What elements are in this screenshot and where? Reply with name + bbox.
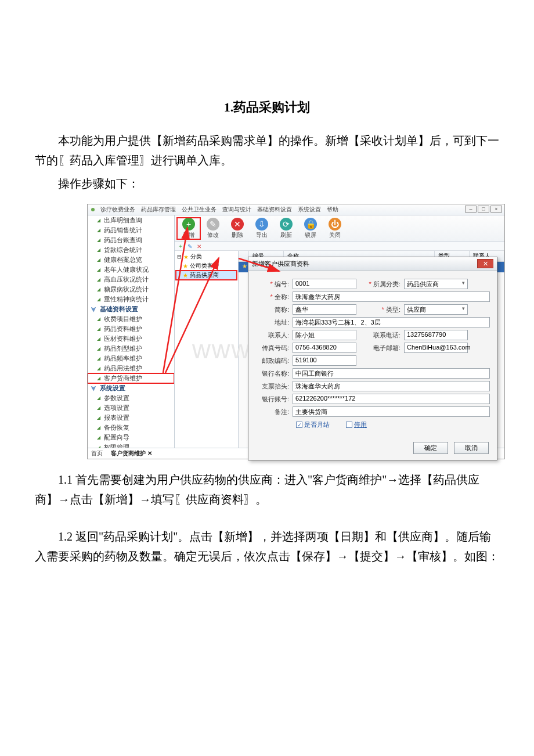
input-id[interactable]: 0001 (293, 279, 356, 289)
minimize-icon[interactable]: – (465, 206, 477, 213)
sidebar-item[interactable]: 药品频率维护 (88, 354, 174, 363)
input-note[interactable]: 主要供货商 (293, 406, 490, 417)
sidebar-item[interactable]: 药品销售统计 (88, 225, 174, 235)
input-shortname[interactable]: 鑫华 (293, 304, 356, 315)
tab-home[interactable]: 首页 (91, 449, 103, 458)
sidebar-item-label: 药品频率维护 (104, 354, 142, 363)
star-icon: ★ (183, 254, 189, 260)
toolbar-导出-button[interactable]: ⇩导出 (250, 218, 273, 239)
toolbar-删除-button[interactable]: ✕删除 (226, 218, 249, 239)
checkbox-icon: ✓ (296, 422, 302, 428)
sidebar-item[interactable]: 货款综合统计 (88, 245, 174, 255)
toolbar-刷新-button[interactable]: ⟳刷新 (275, 218, 298, 239)
toolbar-button-label: 修改 (201, 231, 225, 239)
input-address[interactable]: 海湾花园333号二栋1、2、3层 (293, 317, 490, 327)
select-category[interactable]: 药品供应商 (404, 279, 468, 289)
sidebar-item[interactable]: 药品剂型维护 (88, 344, 174, 354)
label-zip: 邮政编码: (255, 357, 289, 365)
input-fax[interactable]: 0756-4368820 (293, 343, 356, 353)
menu-item[interactable]: 药品库存管理 (141, 206, 176, 214)
sidebar-item[interactable]: 备份恢复 (88, 423, 174, 433)
chevron-down-icon: ⮟ (91, 386, 96, 391)
close-icon[interactable]: × (490, 206, 502, 213)
doc-para-1: 本功能为用户提供【新增药品采购需求单】的操作。新增【采收计划单】后，可到下一节的… (35, 131, 499, 170)
toolbar-button-label: 新增 (177, 231, 200, 239)
select-type[interactable]: 供应商 (404, 304, 468, 315)
edit-icon[interactable]: ✎ (186, 243, 193, 250)
sidebar-item[interactable]: 重性精神病统计 (88, 294, 174, 304)
delete-icon[interactable]: ✕ (196, 243, 203, 250)
toolbar-新增-button[interactable]: +新增 (177, 218, 200, 239)
checkbox-label: 停用 (354, 420, 367, 429)
input-tel[interactable]: 13275687790 (404, 330, 468, 340)
input-bank[interactable]: 中国工商银行 (293, 368, 490, 379)
cancel-button[interactable]: 取消 (454, 442, 489, 454)
tree-node-supplier[interactable]: ★ 药品供应商 (176, 271, 237, 280)
sidebar-item[interactable]: 糖尿病状况统计 (88, 285, 174, 294)
sidebar-section-header: ⮟系统设置 (88, 383, 174, 393)
sidebar-item[interactable]: 参数设置 (88, 393, 174, 403)
sidebar-item[interactable]: 权限管理 (88, 442, 174, 448)
toolbar-button-label: 导出 (250, 231, 273, 239)
sidebar-item-label: 选项设置 (104, 404, 129, 412)
sidebar-item-label: 客户货商维护 (104, 374, 142, 383)
sidebar-item[interactable]: 药品台账查询 (88, 235, 174, 245)
menu-item[interactable]: 系统设置 (298, 206, 321, 214)
sidebar-item[interactable]: 药品用法维护 (88, 363, 174, 373)
tab-active[interactable]: 客户货商维护 ✕ (111, 449, 152, 458)
menu-item[interactable]: 帮助 (327, 206, 338, 214)
sidebar-item-label: 药品销售统计 (104, 226, 142, 235)
doc-title: 1.药品采购计划 (35, 99, 499, 116)
toolbar-关闭-button[interactable]: ⏻关闭 (323, 218, 347, 239)
sidebar-item[interactable]: 医材资料维护 (88, 334, 174, 344)
input-email[interactable]: ChenBiHua@163.com (404, 343, 468, 353)
label-shortname: 简称: (255, 305, 289, 314)
label-contact: 联系人: (255, 331, 289, 340)
input-fullname[interactable]: 珠海鑫华大药房 (293, 291, 490, 302)
sidebar-item-label: 出库明细查询 (104, 216, 142, 225)
tree-node-company[interactable]: ★ 公司类客户 (176, 261, 237, 271)
collapse-icon[interactable]: ⊟ (177, 254, 182, 260)
input-contact[interactable]: 陈小姐 (293, 330, 356, 340)
maximize-icon[interactable]: □ (478, 206, 489, 213)
category-tree: ⊟ ★ 分类 ★ 公司类客户 ★ 药品供应商 (175, 251, 239, 448)
sidebar-item[interactable]: 配置向导 (88, 433, 174, 442)
sidebar-nav: 出库明细查询药品销售统计药品台账查询货款综合统计健康档案总览老年人健康状况高血压… (88, 215, 175, 448)
toolbar-锁屏-button[interactable]: 🔒锁屏 (299, 218, 322, 239)
input-cheque[interactable]: 珠海鑫华大药房 (293, 381, 490, 391)
menu-item[interactable]: 诊疗收费业务 (100, 206, 135, 214)
checkbox-label: 是否月结 (304, 420, 330, 429)
chevron-down-icon: ⮟ (91, 307, 96, 312)
sidebar-item-label: 货款综合统计 (104, 246, 142, 254)
input-zip[interactable]: 519100 (293, 355, 356, 366)
ok-button[interactable]: 确定 (413, 442, 448, 454)
sidebar-item[interactable]: 客户货商维护 (88, 373, 174, 383)
sidebar-item-label: 报表设置 (104, 413, 129, 422)
dialog-close-icon[interactable]: ✕ (477, 259, 493, 268)
sidebar-item[interactable]: 药品资料维护 (88, 324, 174, 334)
menu-item[interactable]: 查询与统计 (222, 206, 251, 214)
menu-item[interactable]: 公共卫生业务 (182, 206, 217, 214)
sidebar-item[interactable]: 报表设置 (88, 413, 174, 423)
label-category: 所属分类: (360, 280, 400, 289)
menu-item[interactable]: 基础资料设置 (257, 206, 292, 214)
label-fullname: 全称: (255, 293, 289, 301)
label-email: 电子邮箱: (360, 344, 400, 352)
label-bank: 银行名称: (255, 369, 289, 378)
sidebar-item[interactable]: 出库明细查询 (88, 215, 174, 225)
add-icon[interactable]: ＋ (177, 243, 184, 250)
checkbox-stop[interactable]: 停用 (346, 420, 367, 429)
sidebar-item-label: 配置向导 (104, 433, 129, 442)
label-fax: 传真号码: (255, 344, 289, 352)
sidebar-item[interactable]: 老年人健康状况 (88, 265, 174, 275)
checkbox-monthly[interactable]: ✓ 是否月结 (296, 420, 330, 429)
input-account[interactable]: 621226200*******172 (293, 394, 490, 404)
tree-root[interactable]: ⊟ ★ 分类 (176, 252, 237, 261)
toolbar-修改-button[interactable]: ✎修改 (201, 218, 225, 239)
sidebar-item[interactable]: 健康档案总览 (88, 255, 174, 265)
sidebar-item[interactable]: 收费项目维护 (88, 314, 174, 324)
sidebar-item[interactable]: 选项设置 (88, 403, 174, 413)
新增-icon: + (182, 218, 195, 231)
toolbar-button-label: 删除 (226, 231, 249, 239)
sidebar-item[interactable]: 高血压状况统计 (88, 275, 174, 285)
